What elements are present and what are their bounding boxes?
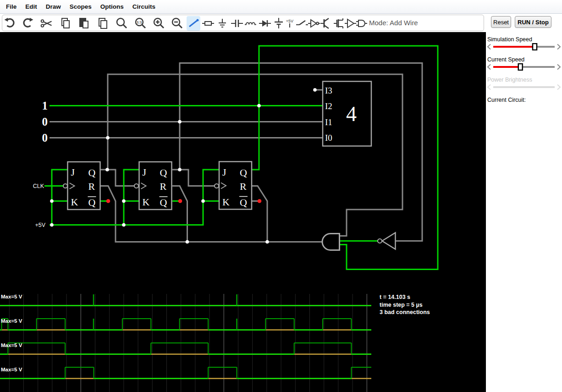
svg-text:K: K — [143, 196, 150, 208]
svg-text:Q: Q — [240, 197, 247, 208]
zoom-out-icon[interactable] — [170, 17, 184, 30]
svg-text:Q: Q — [160, 167, 167, 178]
net-label[interactable]: CLK — [33, 183, 44, 189]
duplicate-icon[interactable] — [96, 17, 110, 30]
svg-text:I0: I0 — [325, 133, 332, 143]
add-inductor-icon[interactable] — [244, 17, 258, 30]
scope-info-line: time step = 5 µs — [380, 302, 423, 308]
copy-icon[interactable] — [59, 17, 72, 30]
svg-text:J: J — [71, 166, 75, 178]
zoom-100-icon[interactable]: 1:1 — [133, 17, 147, 30]
svg-text:R: R — [160, 181, 167, 192]
junction-dot — [178, 120, 182, 124]
svg-text:Q: Q — [160, 197, 167, 208]
scope-info-line: t = 14.103 s — [380, 294, 410, 300]
bad-connection-dot — [106, 199, 110, 203]
cut-icon[interactable] — [40, 17, 54, 30]
svg-text:I1: I1 — [325, 117, 332, 127]
junction-dot — [105, 168, 109, 171]
logic-input-value[interactable]: 0 — [42, 132, 48, 144]
menu-item-options[interactable]: Options — [100, 3, 124, 10]
wire[interactable] — [100, 186, 324, 242]
svg-text:J: J — [222, 166, 226, 178]
redo-icon[interactable] — [21, 17, 35, 30]
add-ground-icon[interactable] — [215, 17, 229, 30]
menu-item-file[interactable]: File — [6, 3, 17, 10]
logic-input-value[interactable]: 1 — [42, 99, 48, 112]
svg-text:+5V: +5V — [286, 19, 293, 23]
menu-bar: FileEditDrawScopesOptionsCircuits — [0, 0, 562, 14]
svg-text:Q: Q — [240, 167, 247, 178]
add-diode-icon[interactable] — [258, 17, 272, 30]
wire[interactable] — [180, 63, 422, 241]
run-stop-button[interactable]: RUN / Stop — [515, 16, 551, 28]
scope-info-line: 3 bad connections — [380, 309, 430, 315]
and-gate[interactable] — [322, 234, 340, 250]
wire[interactable] — [124, 170, 139, 225]
wire[interactable] — [252, 186, 267, 242]
logic-input-value[interactable]: 0 — [42, 116, 48, 128]
scope-max-label: Max=5 V — [1, 367, 22, 372]
paste-icon[interactable] — [77, 17, 91, 30]
post-dot[interactable] — [313, 88, 317, 92]
scope-max-label: Max=5 V — [1, 318, 22, 324]
bad-connection-dot — [258, 199, 262, 203]
current-circuit-label: Current Circuit: — [487, 97, 526, 103]
svg-text:I3: I3 — [325, 86, 332, 95]
current-speed-slider[interactable] — [486, 63, 562, 72]
svg-text:I2: I2 — [325, 101, 332, 111]
wire[interactable] — [52, 170, 67, 225]
svg-text:K: K — [222, 196, 230, 208]
scope-max-label: Max=5 V — [1, 294, 22, 299]
zoom-fit-icon[interactable] — [115, 17, 128, 30]
net-label[interactable]: +5V — [35, 222, 45, 228]
wire[interactable] — [172, 170, 215, 186]
inverter-bubble-icon — [378, 239, 382, 243]
inverter-gate[interactable] — [382, 233, 396, 249]
junction-dot — [50, 199, 54, 203]
menu-item-edit[interactable]: Edit — [25, 3, 37, 10]
current-speed-label: Current Speed — [487, 56, 524, 63]
circuit-canvas[interactable]: JQRKQJQRKQJQRKQI3I2I1I04100CLK+5VMax=5 V… — [0, 32, 486, 392]
add-and-gate-icon[interactable] — [355, 17, 369, 30]
add-wire-icon[interactable] — [187, 16, 200, 31]
wire[interactable] — [172, 186, 187, 242]
wire[interactable] — [100, 170, 134, 186]
svg-text:4: 4 — [346, 102, 357, 126]
junction-dot — [106, 136, 110, 140]
junction-dot — [122, 199, 126, 203]
zoom-in-icon[interactable] — [152, 17, 165, 30]
add-capacitor-icon[interactable] — [230, 17, 244, 30]
menu-item-draw[interactable]: Draw — [46, 3, 61, 10]
mode-label: Mode: Add Wire — [369, 15, 418, 31]
junction-dot — [257, 104, 261, 108]
menu-item-scopes[interactable]: Scopes — [70, 3, 92, 10]
power-brightness-label: Power Brightness — [487, 77, 532, 83]
svg-text:J: J — [143, 166, 147, 178]
power-brightness-slider[interactable] — [486, 83, 562, 93]
svg-text:1:1: 1:1 — [137, 20, 142, 24]
junction-dot — [265, 240, 269, 244]
junction-dot — [50, 223, 54, 227]
menu-item-circuits[interactable]: Circuits — [132, 3, 155, 10]
undo-icon[interactable] — [3, 17, 17, 30]
add-transistor-icon[interactable] — [319, 17, 333, 30]
svg-text:Q: Q — [88, 167, 96, 178]
junction-dot — [201, 199, 205, 203]
wire[interactable] — [108, 74, 402, 236]
junction-dot — [178, 168, 182, 171]
toolbar: Mode: Add Wire 1:1+5V — [2, 15, 484, 31]
add-5v-supply-icon[interactable]: +5V — [283, 17, 297, 30]
svg-text:Q: Q — [88, 197, 96, 208]
junction-dot — [122, 223, 126, 227]
scope-max-label: Max=5 V — [1, 342, 22, 348]
svg-text:K: K — [71, 196, 78, 208]
simulation-speed-slider[interactable] — [486, 43, 562, 52]
svg-text:R: R — [88, 181, 95, 192]
svg-text:R: R — [240, 181, 247, 192]
reset-button[interactable]: Reset — [491, 16, 511, 28]
add-resistor-icon[interactable] — [201, 17, 215, 30]
bad-connection-dot — [178, 199, 182, 203]
junction-dot — [186, 240, 189, 244]
simulation-speed-label: Simulation Speed — [487, 36, 532, 43]
